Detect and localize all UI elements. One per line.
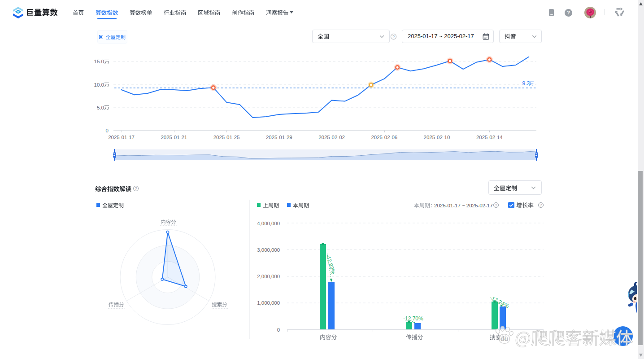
svg-text:du: du bbox=[500, 335, 508, 342]
